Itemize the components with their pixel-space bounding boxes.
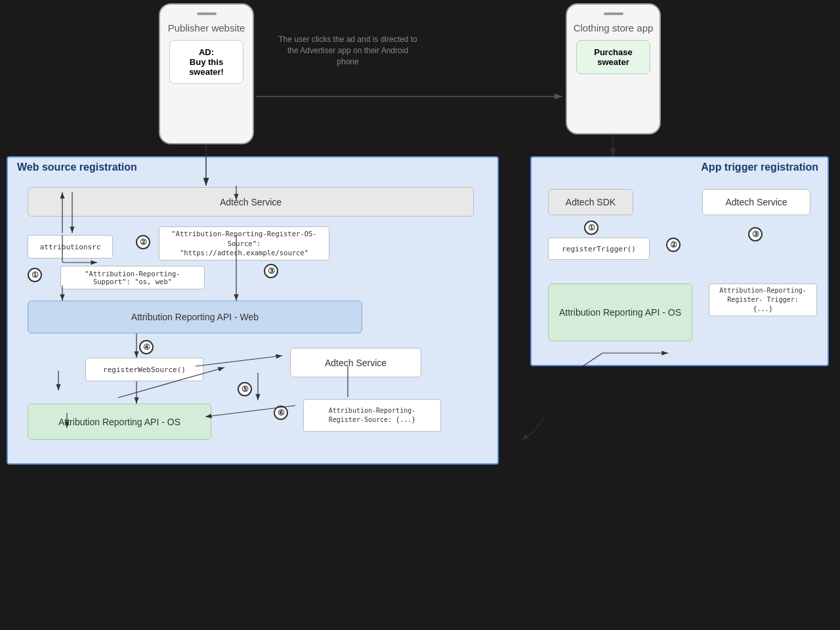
ad-click-description: The user clicks the ad and is directed t… bbox=[276, 34, 420, 67]
circle-2-app: ② bbox=[666, 238, 681, 252]
web-source-title: Web source registration bbox=[17, 161, 137, 173]
api-os-app-box: Attribution Reporting API - OS bbox=[548, 284, 692, 341]
circle-3-web: ③ bbox=[264, 264, 278, 278]
clothing-phone-speaker bbox=[604, 12, 623, 15]
svg-line-22 bbox=[534, 417, 545, 432]
circle-4-web: ④ bbox=[139, 340, 154, 354]
publisher-phone-content: AD: Buy this sweater! bbox=[169, 40, 243, 84]
web-adtech-service-top: Adtech Service bbox=[28, 187, 474, 217]
app-trigger-title-text: App trigger registration bbox=[701, 161, 818, 173]
publisher-phone-speaker bbox=[197, 12, 217, 15]
ad-text: Buy this sweater! bbox=[189, 57, 224, 77]
adtech-sdk-box: Adtech SDK bbox=[548, 189, 633, 215]
clothing-phone: Clothing store app Purchase sweater bbox=[566, 3, 661, 135]
circle-5-web: ⑤ bbox=[238, 382, 252, 396]
api-web-box: Attribution Reporting API - Web bbox=[28, 301, 362, 333]
circle-1-app: ① bbox=[584, 220, 598, 235]
purchase-button: Purchase sweater bbox=[576, 40, 650, 74]
header-response-box: "Attribution-Reporting-Register-OS-Sourc… bbox=[159, 226, 329, 261]
diagram-container: Publisher website AD: Buy this sweater! … bbox=[0, 0, 840, 630]
svg-line-23 bbox=[522, 432, 534, 440]
ad-label: AD: bbox=[199, 47, 214, 57]
web-source-box: Web source registration Adtech Service a… bbox=[7, 156, 499, 465]
app-trigger-title: App trigger registration bbox=[701, 161, 818, 173]
attributionsrc-box: attributionsrc bbox=[28, 235, 113, 259]
clothing-phone-title: Clothing store app bbox=[574, 22, 654, 35]
circle-1-web: ① bbox=[28, 268, 42, 282]
circle-2-web: ② bbox=[136, 235, 150, 249]
app-trigger-box: App trigger registration Adtech SDK ① re… bbox=[530, 156, 829, 366]
register-web-source-box: registerWebSource() bbox=[85, 358, 203, 381]
support-header-box: "Attribution-Reporting-Support": "os, we… bbox=[60, 266, 205, 289]
circle-3-app: ③ bbox=[748, 227, 763, 242]
register-source-code-box: Attribution-Reporting- Register-Source: … bbox=[303, 399, 441, 432]
web-adtech-service-bottom: Adtech Service bbox=[290, 348, 421, 377]
register-trigger-code-box: Attribution-Reporting-Register- Trigger:… bbox=[709, 284, 817, 316]
api-os-web-box: Attribution Reporting API - OS bbox=[28, 404, 211, 440]
publisher-phone: Publisher website AD: Buy this sweater! bbox=[159, 3, 254, 144]
register-trigger-box: registerTrigger() bbox=[548, 238, 650, 260]
app-adtech-service-box: Adtech Service bbox=[702, 189, 810, 215]
circle-6-web: ⑥ bbox=[274, 406, 288, 420]
publisher-phone-title: Publisher website bbox=[168, 22, 245, 35]
